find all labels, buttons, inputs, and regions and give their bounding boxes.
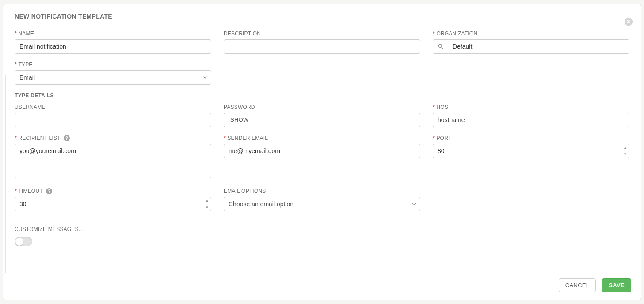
host-label: HOST bbox=[433, 104, 629, 110]
name-label: NAME bbox=[15, 31, 211, 37]
host-input[interactable] bbox=[433, 113, 629, 127]
help-icon[interactable]: ? bbox=[46, 188, 52, 194]
port-label: PORT bbox=[433, 135, 629, 141]
organization-label: ORGANIZATION bbox=[433, 31, 629, 37]
password-input[interactable] bbox=[255, 113, 420, 127]
email-options-label: EMAIL OPTIONS bbox=[224, 188, 420, 194]
username-input[interactable] bbox=[15, 113, 211, 127]
search-icon[interactable] bbox=[433, 39, 448, 54]
timeout-label: TIMEOUT ? bbox=[15, 188, 211, 194]
sender-email-label: SENDER EMAIL bbox=[224, 135, 420, 141]
timeout-stepper[interactable]: ▲ ▼ bbox=[203, 197, 211, 211]
help-icon[interactable]: ? bbox=[64, 135, 70, 141]
type-details-heading: TYPE DETAILS bbox=[15, 92, 629, 99]
chevron-down-icon bbox=[412, 202, 416, 206]
left-accent-bar bbox=[5, 75, 6, 273]
save-button[interactable]: SAVE bbox=[602, 278, 631, 292]
chevron-up-icon[interactable]: ▲ bbox=[203, 197, 211, 204]
port-input[interactable] bbox=[433, 144, 629, 158]
organization-input[interactable] bbox=[448, 39, 629, 54]
chevron-down-icon[interactable]: ▼ bbox=[203, 204, 211, 211]
port-stepper[interactable]: ▲ ▼ bbox=[621, 144, 629, 158]
recipient-list-label: RECIPIENT LIST ? bbox=[15, 135, 211, 141]
description-label: DESCRIPTION bbox=[224, 31, 420, 37]
chevron-up-icon[interactable]: ▲ bbox=[621, 144, 629, 151]
svg-line-2 bbox=[441, 47, 443, 49]
cancel-button[interactable]: CANCEL bbox=[559, 278, 596, 292]
close-icon[interactable] bbox=[624, 17, 633, 26]
chevron-down-icon bbox=[203, 75, 207, 80]
recipient-list-input[interactable] bbox=[15, 144, 211, 178]
type-label: TYPE bbox=[15, 62, 211, 68]
sender-email-input[interactable] bbox=[224, 144, 420, 158]
chevron-down-icon[interactable]: ▼ bbox=[621, 151, 629, 158]
email-options-value: Choose an email option bbox=[229, 200, 293, 208]
customize-messages-toggle[interactable] bbox=[15, 237, 32, 246]
svg-point-1 bbox=[438, 44, 442, 47]
panel-title: NEW NOTIFICATION TEMPLATE bbox=[15, 13, 629, 20]
password-label: PASSWORD bbox=[224, 104, 420, 110]
username-label: USERNAME bbox=[15, 104, 211, 110]
customize-messages-label: CUSTOMIZE MESSAGES… bbox=[15, 226, 85, 232]
show-password-button[interactable]: SHOW bbox=[224, 113, 255, 127]
type-select-value: Email bbox=[19, 74, 35, 81]
description-input[interactable] bbox=[224, 39, 420, 54]
type-select[interactable]: Email bbox=[15, 70, 211, 85]
email-options-select[interactable]: Choose an email option bbox=[224, 197, 420, 211]
timeout-input[interactable] bbox=[15, 197, 211, 211]
notification-template-panel: NEW NOTIFICATION TEMPLATE NAME DESCRIPTI… bbox=[3, 4, 641, 300]
name-input[interactable] bbox=[15, 39, 211, 54]
